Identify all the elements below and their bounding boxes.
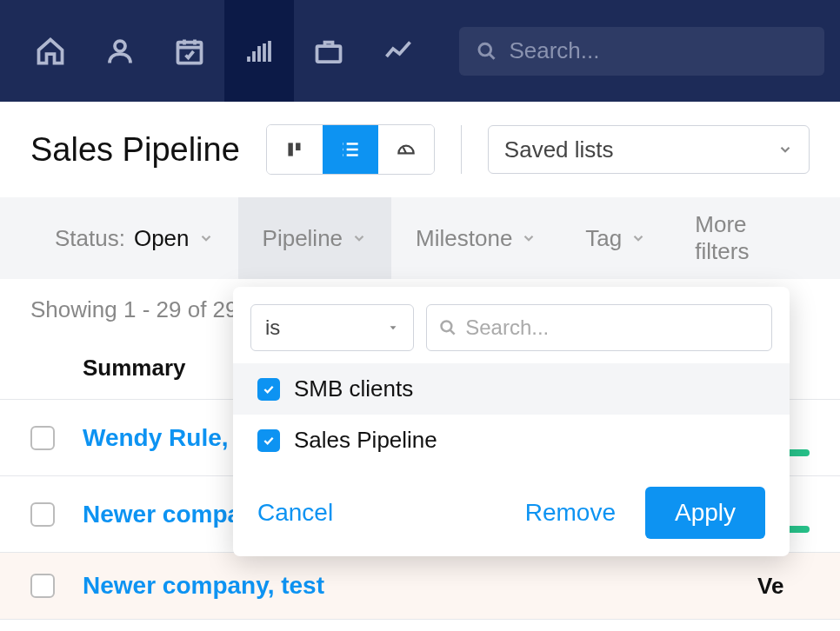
top-navigation: [0, 0, 840, 102]
showing-text: Showing 1 - 29 of 29: [30, 296, 238, 323]
view-board-button[interactable]: [267, 125, 323, 174]
search-icon: [477, 40, 497, 63]
row-checkbox[interactable]: [30, 426, 55, 450]
table-row: Newer company, test Ve: [0, 553, 840, 620]
filter-status-value: Open: [134, 225, 190, 252]
home-icon: [35, 36, 66, 67]
chevron-down-icon: [521, 230, 537, 246]
list-icon: [339, 138, 362, 161]
checkbox-checked[interactable]: [257, 378, 280, 401]
filter-pipeline[interactable]: Pipeline: [238, 197, 392, 279]
svg-rect-2: [317, 46, 341, 62]
page-header: Sales Pipeline Saved lists: [0, 102, 840, 197]
board-icon: [283, 138, 306, 161]
row-checkbox[interactable]: [30, 502, 55, 527]
view-list-button[interactable]: [323, 125, 378, 174]
trend-icon: [383, 36, 414, 67]
filter-more[interactable]: More filters: [670, 197, 810, 279]
row-checkbox[interactable]: [30, 574, 55, 598]
popup-option-label: SMB clients: [294, 375, 413, 402]
condition-select[interactable]: is: [250, 304, 414, 351]
bars-icon: [243, 36, 275, 67]
svg-rect-1: [178, 42, 202, 63]
filter-tag[interactable]: Tag: [561, 197, 670, 279]
filter-bar: Status: Open Pipeline Milestone Tag More…: [0, 197, 840, 279]
svg-rect-5: [296, 143, 300, 150]
gauge-icon: [395, 138, 417, 161]
nav-contacts[interactable]: [85, 0, 155, 102]
filter-tag-label: Tag: [585, 225, 622, 252]
filter-milestone-label: Milestone: [416, 225, 512, 252]
row-milestone: Ve: [757, 573, 810, 600]
calendar-icon: [174, 36, 205, 67]
check-icon: [262, 382, 276, 396]
svg-point-6: [442, 321, 452, 331]
chevron-down-icon: [198, 230, 214, 246]
saved-lists-label: Saved lists: [504, 136, 614, 163]
popup-search-input[interactable]: [465, 316, 759, 340]
chevron-down-icon: [777, 142, 793, 157]
filter-pipeline-label: Pipeline: [263, 225, 343, 252]
popup-option-label: Sales Pipeline: [294, 427, 437, 454]
nav-cases[interactable]: [294, 0, 363, 102]
svg-rect-4: [288, 143, 292, 156]
filter-status-label: Status:: [55, 225, 125, 252]
page-title: Sales Pipeline: [30, 131, 240, 169]
view-toggle: [266, 124, 435, 175]
apply-button[interactable]: Apply: [645, 487, 765, 539]
remove-button[interactable]: Remove: [525, 499, 616, 527]
nav-pipeline[interactable]: [224, 0, 294, 102]
saved-lists-dropdown[interactable]: Saved lists: [488, 125, 810, 174]
chevron-down-icon: [630, 230, 646, 246]
filter-more-label: More filters: [695, 211, 785, 265]
nav-reports[interactable]: [363, 0, 433, 102]
briefcase-icon: [313, 36, 344, 67]
condition-value: is: [265, 316, 280, 340]
search-icon: [439, 318, 457, 337]
filter-milestone[interactable]: Milestone: [391, 197, 561, 279]
popup-search[interactable]: [426, 304, 772, 351]
row-summary-link[interactable]: Newer company, test: [83, 572, 757, 600]
cancel-button[interactable]: Cancel: [257, 499, 333, 527]
divider: [461, 125, 462, 174]
person-icon: [104, 36, 136, 67]
nav-home[interactable]: [16, 0, 85, 102]
popup-option[interactable]: SMB clients: [233, 363, 790, 415]
chevron-down-icon: [351, 230, 367, 246]
search-input[interactable]: [509, 37, 807, 64]
svg-point-3: [479, 43, 491, 56]
pipeline-filter-popup: is SMB clients Sales Pipeline Cancel Rem…: [233, 287, 790, 556]
view-dashboard-button[interactable]: [378, 125, 434, 174]
checkbox-checked[interactable]: [257, 429, 280, 452]
check-icon: [262, 434, 276, 448]
global-search[interactable]: [459, 27, 824, 76]
caret-down-icon: [387, 322, 399, 334]
filter-status[interactable]: Status: Open: [30, 197, 238, 279]
nav-calendar[interactable]: [155, 0, 224, 102]
popup-option[interactable]: Sales Pipeline: [233, 415, 790, 466]
svg-point-0: [115, 41, 125, 51]
